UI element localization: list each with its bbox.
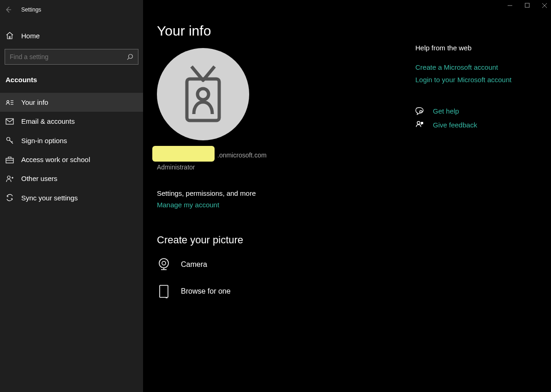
help-title: Help from the web [415, 44, 511, 52]
close-button[interactable] [542, 3, 547, 8]
svg-rect-4 [6, 158, 13, 163]
settings-more-label: Settings, permissions, and more [157, 189, 415, 197]
back-icon[interactable] [5, 6, 12, 13]
svg-point-9 [159, 259, 168, 268]
help-link-login-account[interactable]: Login to your Microsoft account [415, 76, 511, 84]
svg-point-8 [198, 89, 209, 100]
sidebar-item-label: Other users [21, 175, 57, 182]
svg-point-13 [417, 121, 420, 124]
briefcase-icon [6, 156, 14, 163]
main-content: Your info .onmicrosoft.com Administrator… [143, 0, 551, 392]
help-link-create-account[interactable]: Create a Microsoft account [415, 63, 511, 71]
sidebar-item-work-school[interactable]: Access work or school [0, 150, 143, 169]
account-email: .onmicrosoft.com [217, 151, 267, 159]
account-role: Administrator [157, 163, 415, 171]
svg-rect-11 [160, 285, 168, 297]
sidebar-item-other-users[interactable]: Other users [0, 169, 143, 188]
home-label: Home [21, 32, 40, 40]
sidebar-item-email[interactable]: Email & accounts [0, 112, 143, 131]
redacted-name [152, 146, 215, 162]
search-input[interactable] [10, 53, 127, 60]
create-picture-heading: Create your picture [157, 234, 415, 246]
maximize-button[interactable] [525, 3, 530, 8]
key-icon [6, 136, 14, 145]
feedback-row[interactable]: Give feedback [415, 121, 511, 129]
feedback-link[interactable]: Give feedback [433, 121, 477, 129]
sidebar-section-title: Accounts [0, 73, 143, 93]
mail-icon [6, 118, 14, 125]
svg-point-0 [129, 54, 133, 59]
svg-point-5 [7, 176, 10, 179]
browse-label: Browse for one [181, 287, 231, 296]
svg-point-1 [7, 100, 9, 103]
home-icon [6, 31, 14, 40]
minimize-button[interactable] [507, 3, 513, 8]
sync-icon [6, 193, 14, 202]
app-title: Settings [21, 6, 41, 13]
camera-icon [157, 258, 171, 271]
sidebar: Settings Home Accounts [0, 0, 143, 392]
sidebar-item-label: Access work or school [21, 156, 90, 163]
camera-option[interactable]: Camera [157, 258, 415, 271]
feedback-icon [415, 121, 425, 129]
browse-icon [157, 284, 171, 298]
get-help-link[interactable]: Get help [433, 107, 459, 115]
sidebar-home[interactable]: Home [0, 26, 143, 45]
search-icon [127, 54, 133, 60]
camera-label: Camera [181, 260, 207, 269]
help-icon [415, 107, 425, 115]
sidebar-item-label: Sign-in options [21, 137, 67, 145]
get-help-row[interactable]: Get help [415, 107, 511, 115]
search-box[interactable] [5, 49, 138, 65]
sidebar-item-label: Email & accounts [21, 117, 75, 125]
sidebar-item-label: Sync your settings [21, 194, 78, 202]
profile-avatar [157, 48, 249, 140]
sidebar-item-sync[interactable]: Sync your settings [0, 188, 143, 207]
svg-point-12 [420, 111, 422, 113]
sidebar-item-label: Your info [21, 98, 48, 106]
svg-point-3 [7, 138, 10, 141]
svg-rect-2 [6, 119, 13, 124]
svg-rect-6 [525, 3, 529, 7]
user-plus-icon [6, 175, 14, 182]
manage-account-link[interactable]: Manage my account [157, 201, 415, 209]
page-title: Your info [157, 23, 415, 39]
browse-option[interactable]: Browse for one [157, 284, 415, 298]
id-card-icon [6, 99, 14, 106]
sidebar-item-signin[interactable]: Sign-in options [0, 131, 143, 150]
sidebar-item-your-info[interactable]: Your info [0, 93, 143, 112]
svg-point-10 [162, 261, 166, 265]
